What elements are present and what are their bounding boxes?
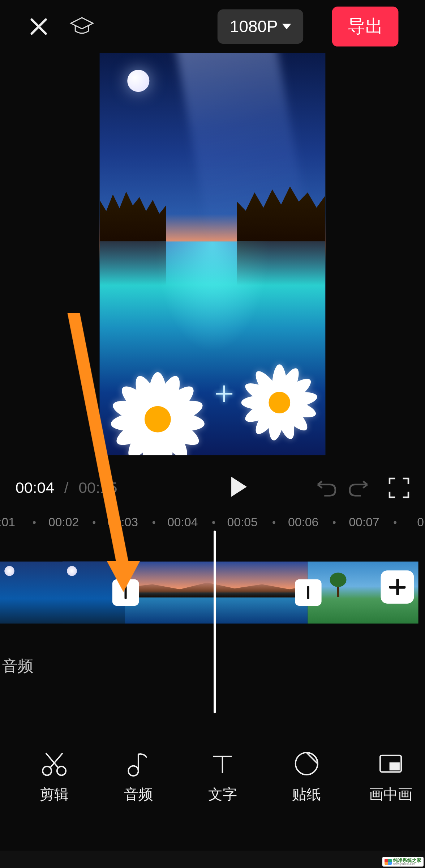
svg-point-15: [145, 406, 171, 433]
music-note-icon: [124, 749, 153, 778]
bottom-toolbar: 剪辑 音频 文字 贴纸 画中画 特: [0, 738, 425, 815]
top-bar: 1080P 导出: [0, 0, 425, 53]
tool-label: 文字: [208, 784, 237, 804]
watermark-logo-icon: [385, 859, 392, 865]
svg-point-32: [43, 766, 51, 775]
chevron-down-icon: [282, 24, 291, 29]
preview-area: [0, 53, 425, 468]
ruler-tick: 0:01: [0, 515, 15, 529]
playhead[interactable]: [214, 531, 216, 713]
ruler-tick: 00:02: [48, 515, 79, 529]
sticker-icon: [292, 749, 321, 778]
clip-track: [0, 562, 418, 624]
play-icon: [231, 477, 247, 497]
transition-icon: [307, 586, 309, 599]
video-canvas[interactable]: [100, 53, 326, 455]
ruler-tick: 0: [417, 515, 424, 529]
add-clip-button[interactable]: [381, 570, 414, 604]
close-icon[interactable]: [26, 14, 51, 39]
play-button[interactable]: [231, 477, 253, 499]
watermark: 纯净系统之家 www.youqixi.com: [382, 857, 424, 867]
pip-tool[interactable]: 画中画: [369, 749, 413, 804]
ruler-tick: 00:05: [227, 515, 258, 529]
audio-track-label[interactable]: 音频: [0, 656, 33, 677]
timeline[interactable]: 音频: [0, 545, 425, 639]
export-button[interactable]: 导出: [332, 7, 399, 46]
watermark-url: www.youqixi.com: [393, 863, 421, 865]
sticker-tool[interactable]: 贴纸: [284, 749, 329, 804]
ruler-tick: 00:06: [288, 515, 318, 529]
tutorial-icon[interactable]: [69, 13, 95, 40]
ruler-tick: 00:04: [167, 515, 198, 529]
scissors-icon: [40, 749, 69, 778]
time-ruler[interactable]: 0:01 00:02 00:03 00:04 00:05 00:06 00:07…: [0, 507, 425, 534]
total-time: 00:15: [78, 479, 117, 497]
text-icon: [208, 749, 237, 778]
tool-label: 贴纸: [292, 784, 321, 804]
audio-tool[interactable]: 音频: [116, 749, 160, 804]
undo-button[interactable]: [313, 476, 338, 500]
current-time: 00:04: [16, 479, 54, 497]
tool-label: 画中画: [369, 784, 412, 804]
tool-label: 音频: [124, 784, 153, 804]
ruler-tick: 00:07: [349, 515, 379, 529]
transition-button[interactable]: [295, 579, 321, 606]
transition-button[interactable]: [112, 579, 139, 606]
resolution-label: 1080P: [230, 17, 278, 36]
text-tool[interactable]: 文字: [200, 749, 244, 804]
svg-point-33: [57, 766, 66, 775]
svg-point-29: [269, 392, 290, 413]
video-clip[interactable]: [125, 562, 308, 624]
transition-icon: [125, 586, 127, 599]
svg-point-34: [128, 766, 138, 776]
resolution-dropdown[interactable]: 1080P: [218, 9, 303, 44]
edit-tool[interactable]: 剪辑: [32, 749, 76, 804]
pip-icon: [376, 749, 405, 778]
playback-controls: 00:04 / 00:15: [0, 468, 425, 507]
svg-rect-37: [390, 763, 399, 769]
redo-button[interactable]: [348, 476, 372, 500]
ruler-tick: 00:03: [108, 515, 138, 529]
fullscreen-button[interactable]: [388, 477, 409, 498]
tool-label: 剪辑: [40, 784, 69, 804]
time-separator: /: [64, 479, 69, 497]
video-clip[interactable]: [0, 562, 125, 624]
